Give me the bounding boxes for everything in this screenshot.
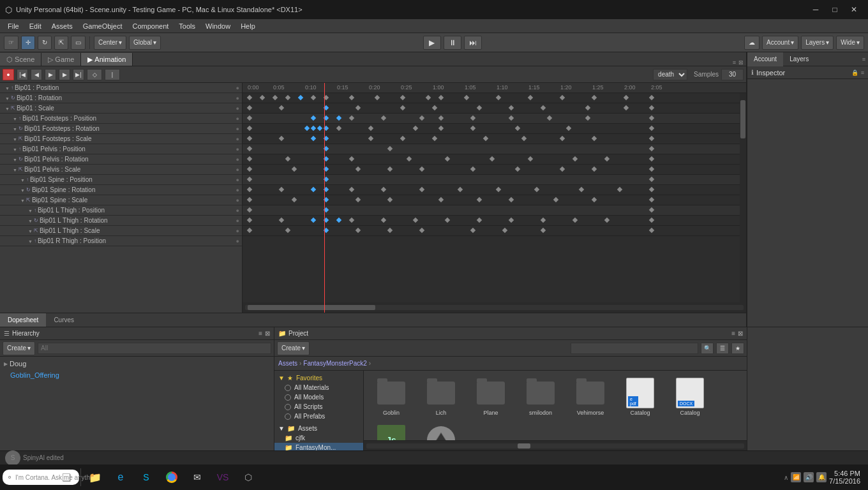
pause-button[interactable]: ⏸ xyxy=(444,36,461,50)
timeline-hscroll[interactable] xyxy=(243,302,746,313)
eye-icon[interactable]: ● xyxy=(236,95,239,101)
hierarchy-item-doug[interactable]: ▶ Doug xyxy=(0,358,274,369)
panel-close-icon[interactable]: ⊠ xyxy=(738,59,744,66)
hierarchy-close-icon[interactable]: ⊠ xyxy=(265,330,270,337)
last-frame-button[interactable]: ▶| xyxy=(73,69,84,80)
notifications-icon[interactable]: 🔔 xyxy=(816,472,827,482)
search-button[interactable]: ⚬ I'm Cortana. Ask me anything. xyxy=(28,465,54,489)
eye-icon[interactable]: ● xyxy=(236,156,239,163)
eye-icon[interactable]: ● xyxy=(236,238,239,244)
step-button[interactable]: ⏭ xyxy=(464,36,482,50)
track-row[interactable]: ⇱ Bip01 L Thigh : Scale ● xyxy=(0,226,242,236)
eye-icon[interactable]: ● xyxy=(236,115,239,122)
eye-icon[interactable]: ● xyxy=(236,167,239,173)
rect-tool-button[interactable]: ▭ xyxy=(71,36,86,50)
chevron-up-icon[interactable]: ∧ xyxy=(784,474,788,481)
hierarchy-options-icon[interactable]: ≡ xyxy=(258,330,262,337)
project-search-input[interactable] xyxy=(571,343,698,354)
maximize-button[interactable]: □ xyxy=(826,3,844,16)
track-row[interactable]: ↻ Bip01 Spine : Rotation ● xyxy=(0,185,242,195)
track-row[interactable]: ↑ Bip01 Pelvis : Position ● xyxy=(0,144,242,154)
eye-icon[interactable]: ● xyxy=(236,197,239,204)
track-row[interactable]: ↻ Bip01 Footsteps : Rotation ● xyxy=(0,124,242,134)
track-row[interactable]: ↻ Bip01 Pelvis : Rotation ● xyxy=(0,154,242,165)
tab-animation[interactable]: ▶ Animation xyxy=(81,53,133,66)
eye-icon[interactable]: ● xyxy=(236,105,239,112)
hierarchy-create-button[interactable]: Create ▾ xyxy=(3,341,35,355)
hscroll-thumb[interactable] xyxy=(248,305,375,310)
network-tray-icon[interactable]: 📶 xyxy=(791,472,801,482)
track-row[interactable]: ↻ Bip01 L Thigh : Rotation ● xyxy=(0,216,242,226)
file-explorer-button[interactable]: 📁 xyxy=(82,465,108,489)
options-icon[interactable]: ≡ xyxy=(861,70,864,76)
edge-button[interactable]: e xyxy=(108,465,133,489)
project-options-icon[interactable]: ≡ xyxy=(731,330,735,337)
file-item-smilodon[interactable]: smilodon xyxy=(518,376,563,418)
tab-scene[interactable]: ⬡ Scene xyxy=(0,53,41,66)
menu-component[interactable]: Component xyxy=(127,21,174,31)
task-view-button[interactable]: ❑ xyxy=(54,465,79,489)
next-frame-button[interactable]: ▶ xyxy=(59,69,70,80)
account-dropdown[interactable]: Account ▾ xyxy=(762,36,798,50)
first-frame-button[interactable]: |◀ xyxy=(17,69,28,80)
add-key-button[interactable]: ◇ xyxy=(87,69,102,80)
track-row[interactable]: ↑ Bip01 Footsteps : Position ● xyxy=(0,114,242,124)
menu-tools[interactable]: Tools xyxy=(174,21,200,31)
file-item-demo[interactable]: demo xyxy=(419,423,463,440)
visualstudio-button[interactable]: VS xyxy=(210,465,236,489)
account-tab[interactable]: Account xyxy=(747,52,783,66)
track-row[interactable]: ↑ Bip01 R Thigh : Position ● xyxy=(0,236,242,246)
all-scripts-item[interactable]: All Scripts xyxy=(274,402,363,412)
track-row[interactable]: ⇱ Bip01 : Scale ● xyxy=(0,103,242,114)
project-create-button[interactable]: Create ▾ xyxy=(277,341,310,355)
add-event-button[interactable]: | xyxy=(105,69,120,80)
scale-tool-button[interactable]: ⇱ xyxy=(54,36,68,50)
unity-taskbar-button[interactable]: ⬡ xyxy=(236,465,261,489)
assets-crumb[interactable]: Assets xyxy=(278,360,297,367)
curves-tab[interactable]: Curves xyxy=(46,313,82,327)
rotate-tool-button[interactable]: ↻ xyxy=(38,36,52,50)
file-item-catalog-pdf[interactable]: epdf Catalog xyxy=(618,376,662,418)
volume-tray-icon[interactable]: 🔊 xyxy=(804,472,814,482)
menu-edit[interactable]: Edit xyxy=(24,21,47,31)
eye-icon[interactable]: ● xyxy=(236,218,239,224)
track-row[interactable]: ⇱ Bip01 Spine : Scale ● xyxy=(0,195,242,205)
eye-icon[interactable]: ● xyxy=(236,126,239,132)
hscroll-thumb[interactable] xyxy=(518,443,530,449)
menu-file[interactable]: File xyxy=(3,21,24,31)
eye-icon[interactable]: ● xyxy=(236,207,239,214)
cloud-button[interactable]: ☁ xyxy=(744,36,760,50)
track-row[interactable]: ↑ Bip01 Spine : Position ● xyxy=(0,175,242,185)
close-button[interactable]: ✕ xyxy=(845,3,863,16)
clip-select[interactable]: death xyxy=(653,69,687,80)
center-pivot-button[interactable]: Center ▾ xyxy=(94,36,126,50)
lock-icon[interactable]: 🔒 xyxy=(851,70,858,76)
file-item-lich[interactable]: Lich xyxy=(419,376,463,418)
dopesheet-tab[interactable]: Dopesheet xyxy=(0,313,46,327)
pack-crumb[interactable]: FantasyMonsterPack2 xyxy=(303,360,367,367)
samples-input[interactable] xyxy=(721,69,744,80)
search-icon-button[interactable]: 🔍 xyxy=(701,343,714,354)
taskbar-clock[interactable]: 5:46 PM 7/15/2016 xyxy=(829,470,865,485)
track-row[interactable]: ↻ Bip01 : Rotation ● xyxy=(0,93,242,103)
layers-tab[interactable]: Layers xyxy=(783,52,815,66)
menu-help[interactable]: Help xyxy=(236,21,260,31)
minimize-button[interactable]: ─ xyxy=(807,3,825,16)
mail-button[interactable]: ✉ xyxy=(184,465,210,489)
filter-button[interactable]: ☰ xyxy=(716,343,729,354)
global-local-button[interactable]: Global ▾ xyxy=(129,36,161,50)
menu-assets[interactable]: Assets xyxy=(47,21,78,31)
file-item-catalog-docx[interactable]: DOCX Catalog xyxy=(668,376,712,418)
timeline-vscroll-thumb[interactable] xyxy=(740,100,745,138)
track-row[interactable]: ↑ Bip01 L Thigh : Position ● xyxy=(0,205,242,216)
options-icon[interactable]: ≡ xyxy=(862,56,865,63)
star-button[interactable]: ★ xyxy=(731,343,744,354)
layout-dropdown[interactable]: Wide ▾ xyxy=(836,36,864,50)
file-item-vehimorse[interactable]: Vehimorse xyxy=(568,376,613,418)
track-row[interactable]: ⇱ Bip01 Footsteps : Scale ● xyxy=(0,134,242,144)
eye-icon[interactable]: ● xyxy=(236,146,239,152)
record-button[interactable]: ● xyxy=(3,69,14,80)
eye-icon[interactable]: ● xyxy=(236,85,239,91)
panel-options-icon[interactable]: ≡ xyxy=(733,59,736,66)
eye-icon[interactable]: ● xyxy=(236,136,239,142)
